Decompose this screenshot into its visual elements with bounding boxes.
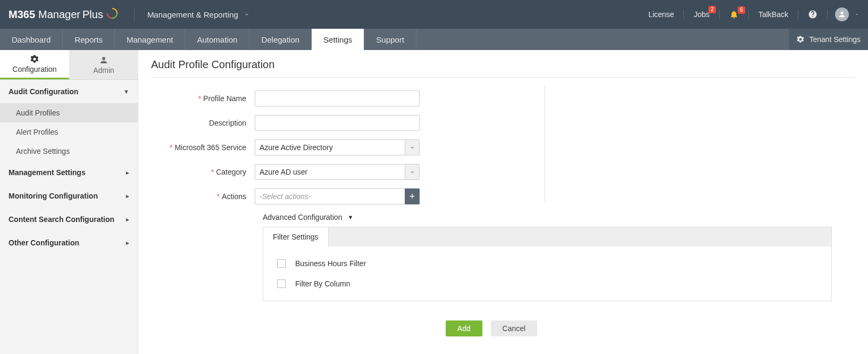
actions-select[interactable]: -Select actions- + [255,188,420,204]
caret-right-icon: ▸ [126,193,129,200]
sidebar-section-management-settings[interactable]: Management Settings ▸ [0,161,138,184]
help-icon [808,10,817,19]
content: Audit Profile Configuration *Profile Nam… [138,50,868,354]
tab-automation[interactable]: Automation [185,29,249,50]
user-menu[interactable] [835,7,849,21]
label-text: Profile Name [203,94,246,103]
brand-part3: Plus [82,9,103,21]
brand-part2: Manager [38,9,80,21]
sidebar-section-label: Audit Configuration [9,87,78,96]
license-link[interactable]: License [643,9,679,20]
gear-icon [796,35,805,44]
row-m365-service: *Microsoft 365 Service Azure Active Dire… [151,139,832,155]
page-title: Audit Profile Configuration [151,59,855,78]
tab-support[interactable]: Support [364,29,416,50]
main-tabs: Dashboard Reports Management Automation … [0,29,868,50]
advanced-label: Advanced Configuration [263,213,342,221]
profile-name-input[interactable] [255,90,420,106]
alerts-button[interactable]: 6 [724,10,744,19]
nav-dropdown-label: Management & Reporting [147,10,238,19]
separator [748,10,749,19]
tab-dashboard[interactable]: Dashboard [0,29,63,50]
tab-filter-settings[interactable]: Filter Settings [263,227,329,247]
subtabs: Configuration Admin [0,50,138,80]
alerts-badge: 6 [738,6,745,14]
tenant-settings-button[interactable]: Tenant Settings [789,29,868,50]
m365-service-select[interactable]: Azure Active Directory [255,139,420,155]
tenant-settings-label: Tenant Settings [809,35,861,44]
body: Configuration Admin Audit Configuration … [0,50,868,354]
chevron-down-icon [405,139,420,155]
tab-reports[interactable]: Reports [63,29,115,50]
sidebar-section-content-search-configuration[interactable]: Content Search Configuration ▸ [0,208,138,231]
label-text: Category [216,168,246,176]
category-select[interactable]: Azure AD user [255,164,420,180]
sidebar-section-audit-configuration[interactable]: Audit Configuration ▼ [0,80,138,103]
description-input[interactable] [255,115,420,131]
caret-down-icon: ▼ [347,214,353,220]
caret-right-icon: ▸ [126,216,129,223]
chevron-down-icon [854,10,859,19]
separator [683,10,684,19]
sidebar-section-label: Content Search Configuration [9,215,114,224]
row-description: Description [151,115,832,131]
tab-settings[interactable]: Settings [312,29,364,50]
sidebar: Audit Configuration ▼ Audit Profiles Ale… [0,80,138,354]
caret-down-icon: ▼ [123,88,129,95]
gear-icon [30,54,39,64]
label-profile-name: *Profile Name [151,94,255,103]
label-m365-service: *Microsoft 365 Service [151,143,255,152]
caret-right-icon: ▸ [126,240,129,246]
filter-tabs: Filter Settings [263,227,831,246]
subtab-admin[interactable]: Admin [69,50,138,79]
chevron-down-icon [244,10,250,19]
nav-dropdown-management-reporting[interactable]: Management & Reporting [147,10,250,19]
brand-part1: M365 [9,9,35,21]
brand-logo-icon [106,7,118,22]
business-hours-label: Business Hours Filter [295,259,366,268]
filter-by-column-label: Filter By Column [295,279,350,288]
form-buttons: Add Cancel [151,320,832,336]
topbar: M365 Manager Plus Management & Reporting… [0,0,868,29]
tab-delegation[interactable]: Delegation [249,29,312,50]
select-placeholder: -Select actions- [255,188,405,204]
subtab-label: Configuration [12,65,56,73]
sidebar-section-other-configuration[interactable]: Other Configuration ▸ [0,231,138,254]
row-category: *Category Azure AD user [151,164,832,180]
help-button[interactable] [803,10,823,19]
filter-by-column-row: Filter By Column [277,279,817,288]
jobs-badge: 2 [708,6,716,13]
separator [798,10,798,19]
separator [719,10,720,19]
sidebar-section-label: Monitoring Configuration [9,192,98,200]
plus-icon: + [410,192,415,201]
sidebar-section-label: Management Settings [9,168,86,177]
filter-body: Business Hours Filter Filter By Column [263,246,831,301]
business-hours-checkbox[interactable] [277,259,286,268]
avatar-icon [838,10,846,19]
label-text: Actions [222,192,246,201]
chevron-down-icon [405,164,420,180]
sidebar-item-audit-profiles[interactable]: Audit Profiles [0,103,138,122]
sidebar-item-alert-profiles[interactable]: Alert Profiles [0,122,138,142]
label-description: Description [151,119,255,127]
sidebar-section-monitoring-configuration[interactable]: Monitoring Configuration ▸ [0,184,138,208]
topbar-right: License Jobs 2 6 TalkBack [643,7,859,21]
sidebar-section-label: Other Configuration [9,238,79,247]
jobs-link[interactable]: Jobs 2 [688,9,715,20]
form: *Profile Name Description *Microsoft 365… [151,90,832,336]
filter-by-column-checkbox[interactable] [277,279,286,288]
sidebar-item-archive-settings[interactable]: Archive Settings [0,142,138,161]
tab-management[interactable]: Management [115,29,186,50]
label-actions: *Actions [151,192,255,201]
add-button[interactable]: Add [446,320,482,336]
subtab-configuration[interactable]: Configuration [0,50,69,79]
add-action-button[interactable]: + [405,188,420,204]
filter-settings-panel: Filter Settings Business Hours Filter Fi… [263,227,832,301]
select-value: Azure AD user [255,164,405,180]
subtab-label: Admin [93,66,114,75]
cancel-button[interactable]: Cancel [491,320,538,336]
advanced-configuration-toggle[interactable]: Advanced Configuration ▼ [263,213,832,221]
jobs-label: Jobs [694,9,710,20]
talkback-link[interactable]: TalkBack [753,9,794,20]
